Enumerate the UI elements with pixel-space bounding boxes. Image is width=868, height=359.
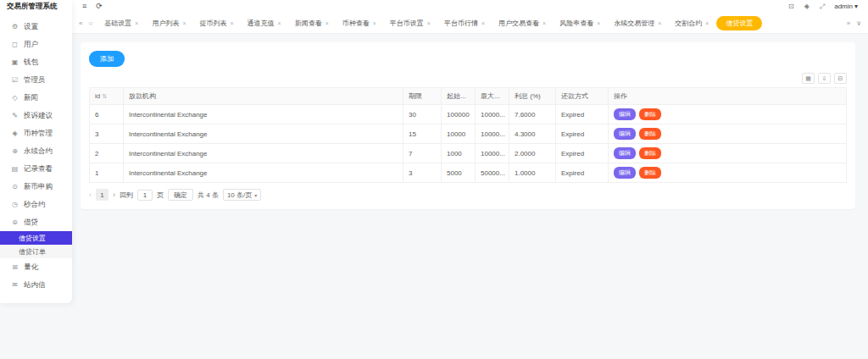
tab-label: 平台币行情 bbox=[444, 19, 478, 28]
sidebar-item-钱包[interactable]: ▣钱包 bbox=[0, 53, 72, 71]
chevron-down-icon: ▾ bbox=[854, 3, 858, 10]
tab-借贷设置[interactable]: 借贷设置 bbox=[716, 16, 762, 30]
close-icon[interactable]: × bbox=[481, 20, 485, 26]
cell-term: 7 bbox=[403, 144, 442, 163]
cell-actions: 编辑删除 bbox=[609, 105, 847, 124]
export-icon[interactable]: ⇩ bbox=[818, 73, 831, 84]
screenshot-icon[interactable]: ⊡ bbox=[788, 3, 794, 11]
tabs-more-icon[interactable]: » bbox=[847, 19, 850, 27]
close-icon[interactable]: × bbox=[135, 20, 138, 26]
edit-button[interactable]: 编辑 bbox=[614, 128, 636, 140]
tab-label: 用户交易查看 bbox=[498, 19, 539, 28]
tab-提币列表[interactable]: 提币列表× bbox=[193, 16, 239, 30]
close-icon[interactable]: × bbox=[278, 20, 281, 26]
records-icon: ▤ bbox=[11, 165, 19, 173]
tab-用户交易查看[interactable]: 用户交易查看× bbox=[492, 16, 552, 30]
tab-用户列表[interactable]: 用户列表× bbox=[146, 16, 192, 30]
fullscreen-icon[interactable]: ⤢ bbox=[820, 3, 825, 11]
edit-button[interactable]: 编辑 bbox=[614, 147, 636, 159]
delete-button[interactable]: 删除 bbox=[639, 108, 661, 120]
cell-org: Intercontinental Exchange bbox=[124, 163, 403, 183]
table-row: 1Intercontinental Exchange3500050000...1… bbox=[90, 163, 847, 183]
confirm-page-button[interactable]: 确定 bbox=[168, 189, 193, 201]
tab-平台币行情[interactable]: 平台币行情× bbox=[438, 16, 491, 30]
sidebar-submenu: 借贷设置借贷订单 bbox=[0, 231, 72, 258]
sidebar-item-秒合约[interactable]: ◷秒合约 bbox=[0, 196, 72, 213]
refresh-icon[interactable]: ⟳ bbox=[96, 3, 103, 10]
tab-通道充值[interactable]: 通道充值× bbox=[242, 16, 287, 30]
edit-button[interactable]: 编辑 bbox=[614, 108, 636, 120]
close-icon[interactable]: × bbox=[182, 20, 186, 26]
tab-基础设置[interactable]: 基础设置× bbox=[98, 16, 144, 30]
add-button[interactable]: 添加 bbox=[89, 51, 125, 67]
close-icon[interactable]: × bbox=[230, 20, 233, 26]
sidebar-item-新闻[interactable]: ◇新闻 bbox=[0, 89, 72, 107]
header-right-icons: ⊡◈⤢ bbox=[788, 3, 825, 11]
table-header-row: id⇅放款机构期限起始...最大...利息 (%)还款方式操作 bbox=[90, 88, 847, 105]
close-icon[interactable]: × bbox=[373, 20, 376, 26]
close-icon[interactable]: × bbox=[542, 20, 546, 26]
cell-interest: 7.6000 bbox=[509, 105, 556, 124]
goto-page-input[interactable] bbox=[137, 190, 153, 201]
sidebar-item-label: 记录查看 bbox=[24, 164, 53, 174]
tab-新闻查看[interactable]: 新闻查看× bbox=[289, 16, 335, 30]
tabs-menu-icon[interactable]: ∨ bbox=[856, 19, 861, 27]
delete-button[interactable]: 删除 bbox=[639, 147, 661, 159]
page-number-button[interactable]: 1 bbox=[96, 189, 108, 201]
loan-icon: ⊜ bbox=[11, 218, 19, 226]
theme-icon[interactable]: ◈ bbox=[804, 3, 810, 11]
user-dropdown[interactable]: admin ▾ bbox=[834, 3, 858, 10]
next-page-icon[interactable]: › bbox=[113, 191, 115, 199]
tab-label: 通道充值 bbox=[248, 19, 275, 28]
tab-label: 风险率查看 bbox=[559, 19, 593, 28]
loan-settings-table: id⇅放款机构期限起始...最大...利息 (%)还款方式操作 6Interco… bbox=[89, 87, 847, 183]
column-header-放款机构: 放款机构 bbox=[124, 88, 403, 105]
app-title: 交易所管理系统 bbox=[0, 0, 72, 13]
delete-button[interactable]: 删除 bbox=[639, 128, 661, 140]
tabs-refresh-icon[interactable]: ○ bbox=[88, 19, 92, 27]
sidebar-subitem-借贷设置[interactable]: 借贷设置 bbox=[0, 231, 72, 245]
sort-icon[interactable]: ⇅ bbox=[102, 93, 107, 99]
tab-币种查看[interactable]: 币种查看× bbox=[337, 16, 382, 30]
sidebar-item-站内信[interactable]: ✉站内信 bbox=[0, 276, 72, 294]
sidebar-item-借贷[interactable]: ⊜借贷 bbox=[0, 213, 72, 231]
sidebar-item-设置[interactable]: ⚙设置 bbox=[0, 18, 72, 36]
close-icon[interactable]: × bbox=[705, 20, 709, 26]
table-row: 2Intercontinental Exchange7100010000...2… bbox=[90, 144, 847, 163]
close-icon[interactable]: × bbox=[658, 20, 661, 26]
hamburger-icon[interactable]: ≡ bbox=[82, 3, 86, 10]
sidebar-item-币种管理[interactable]: ◈币种管理 bbox=[0, 124, 72, 142]
page-size-select[interactable]: 10 条/页 ▾ bbox=[223, 189, 261, 201]
sidebar-subitem-借贷订单[interactable]: 借贷订单 bbox=[0, 245, 72, 258]
top-header: ≡ ⟳ ⊡◈⤢ admin ▾ bbox=[72, 0, 868, 13]
delete-button[interactable]: 删除 bbox=[639, 167, 661, 179]
quant-icon: ⊞ bbox=[11, 263, 19, 271]
sidebar-item-新币申购[interactable]: ⊙新币申购 bbox=[0, 178, 72, 196]
tab-label: 交割合约 bbox=[675, 19, 702, 28]
cell-max: 50000... bbox=[476, 163, 509, 183]
close-icon[interactable]: × bbox=[326, 20, 329, 26]
tab-平台币设置[interactable]: 平台币设置× bbox=[384, 16, 437, 30]
sidebar-item-量化[interactable]: ⊞量化 bbox=[0, 258, 72, 276]
new-coin-icon: ⊙ bbox=[11, 183, 19, 191]
sidebar-item-label: 永续合约 bbox=[24, 146, 53, 157]
cell-max: 10000... bbox=[476, 144, 509, 163]
sidebar-item-永续合约[interactable]: ⊕永续合约 bbox=[0, 142, 72, 160]
cell-term: 3 bbox=[403, 163, 442, 183]
tab-风险率查看[interactable]: 风险率查看× bbox=[554, 16, 606, 30]
prev-page-icon[interactable]: ‹ bbox=[89, 191, 92, 199]
print-icon[interactable]: ⊟ bbox=[834, 73, 847, 84]
sidebar-item-投诉建议[interactable]: ✎投诉建议 bbox=[0, 107, 72, 124]
tab-永续交易管理[interactable]: 永续交易管理× bbox=[608, 16, 667, 30]
tabs-collapse-icon[interactable]: « bbox=[79, 19, 82, 27]
close-icon[interactable]: × bbox=[597, 20, 600, 26]
filter-columns-icon[interactable]: ▦ bbox=[802, 73, 815, 84]
tab-交割合约[interactable]: 交割合约× bbox=[669, 16, 715, 30]
sidebar-item-记录查看[interactable]: ▤记录查看 bbox=[0, 160, 72, 178]
sidebar-item-用户[interactable]: ◻用户 bbox=[0, 36, 72, 53]
close-icon[interactable]: × bbox=[427, 20, 431, 26]
cell-actions: 编辑删除 bbox=[609, 124, 847, 144]
sidebar-item-管理员[interactable]: ☑管理员 bbox=[0, 71, 72, 89]
edit-button[interactable]: 编辑 bbox=[614, 167, 636, 179]
cell-interest: 2.0000 bbox=[509, 144, 556, 163]
